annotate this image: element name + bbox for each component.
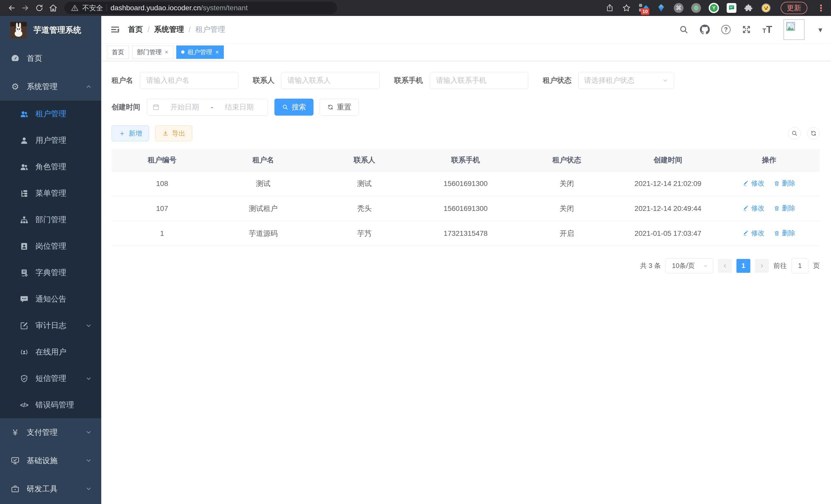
cell-mobile: 15601691300	[415, 196, 516, 221]
online-icon	[20, 348, 29, 357]
help-icon[interactable]: ?	[721, 25, 730, 34]
filter-contact: 联系人	[253, 72, 380, 89]
mobile-input[interactable]	[430, 72, 528, 89]
delete-link[interactable]: 删除	[774, 179, 795, 188]
log-icon	[20, 321, 29, 330]
tags-view-bar: 首页 部门管理 × 租户管理 ×	[101, 43, 831, 61]
avatar[interactable]	[783, 19, 805, 40]
search-icon[interactable]	[679, 25, 688, 34]
bookmark-star-icon[interactable]	[622, 3, 631, 12]
sidebar-item-post[interactable]: 岗位管理	[0, 233, 101, 260]
extensions-puzzle-icon[interactable]	[744, 3, 753, 12]
cell-created: 2021-01-05 17:03:47	[618, 221, 719, 246]
back-icon	[7, 3, 16, 12]
extension-emoji-icon[interactable]	[761, 3, 771, 13]
sidebar-item-error-code[interactable]: </> 错误码管理	[0, 392, 101, 418]
browser-forward-button[interactable]	[20, 2, 31, 14]
filter-status: 租户状态 请选择租户状态	[543, 72, 674, 89]
logo-row[interactable]: 芋道管理系统	[0, 16, 101, 44]
chrome-menu-kebab-icon[interactable]: ⋮	[816, 4, 825, 12]
sidebar-item-dict[interactable]: 字典管理	[0, 260, 101, 286]
browser-reload-button[interactable]	[33, 2, 45, 14]
contact-input[interactable]	[281, 72, 380, 89]
avatar-caret-icon[interactable]: ▾	[819, 25, 822, 34]
sidebar-item-tenant[interactable]: 租户管理	[0, 101, 101, 127]
field-label: 联系人	[253, 76, 275, 85]
hide-search-button[interactable]	[789, 127, 801, 140]
cell-name: 芋道源码	[213, 221, 314, 246]
next-page-button[interactable]	[755, 259, 769, 273]
chevron-up-icon	[85, 83, 92, 90]
sidebar-item-user[interactable]: 用户管理	[0, 127, 101, 154]
breadcrumb-home[interactable]: 首页	[128, 24, 143, 35]
col-header-mobile: 联系手机	[415, 149, 516, 171]
sidebar-item-label: 字典管理	[35, 267, 66, 278]
goto-page-input[interactable]	[792, 259, 808, 273]
sidebar-item-notice[interactable]: 通知公告	[0, 286, 101, 313]
share-icon[interactable]	[605, 4, 614, 12]
security-chip[interactable]: 不安全	[82, 3, 103, 12]
address-bar[interactable]: 不安全 dashboard.yudao.iocoder.cn/system/te…	[64, 2, 337, 14]
tab-dept[interactable]: 部门管理 ×	[132, 46, 173, 59]
sidebar-item-menu[interactable]: 菜单管理	[0, 180, 101, 207]
plus-icon: ＋	[118, 130, 126, 137]
extension-green-dot-icon[interactable]	[691, 3, 701, 13]
github-icon[interactable]	[700, 24, 710, 35]
sidebar-item-infra[interactable]: 基础设施	[0, 446, 101, 475]
tenant-name-input[interactable]	[140, 72, 238, 89]
reload-icon	[35, 4, 44, 12]
browser-back-button[interactable]	[6, 2, 18, 14]
sidebar-item-label: 系统管理	[27, 82, 58, 92]
chrome-update-button[interactable]: 更新	[781, 2, 807, 14]
users-icon	[20, 162, 29, 172]
delete-link[interactable]: 删除	[774, 229, 795, 238]
add-button[interactable]: ＋ 新增	[112, 125, 149, 141]
sidebar-item-role[interactable]: 角色管理	[0, 154, 101, 180]
sidebar-item-devtools[interactable]: 研发工具	[0, 475, 101, 503]
refresh-table-button[interactable]	[807, 127, 820, 140]
sidebar-item-dept[interactable]: 部门管理	[0, 207, 101, 233]
tab-home[interactable]: 首页	[107, 46, 129, 59]
search-button[interactable]: 搜索	[275, 99, 314, 116]
fullscreen-icon[interactable]	[742, 25, 751, 34]
sidebar-item-label: 审计日志	[35, 320, 66, 331]
extension-kite-icon[interactable]	[656, 3, 666, 13]
calendar-icon	[152, 103, 160, 111]
sidebar-item-home[interactable]: 首页	[0, 44, 101, 72]
chevron-down-icon	[85, 322, 92, 329]
tab-label: 部门管理	[137, 48, 162, 56]
extension-tag-manager-icon[interactable]: 10	[639, 3, 649, 13]
sidebar-item-system[interactable]: ⚙ 系统管理	[0, 72, 101, 101]
page-size-value: 10条/页	[672, 261, 703, 270]
pagination: 共 3 条 10条/页 1 前往 页	[112, 259, 820, 273]
page-size-select[interactable]: 10条/页	[665, 259, 713, 273]
edit-link[interactable]: 修改	[743, 229, 765, 238]
sidebar-item-sms[interactable]: 短信管理	[0, 365, 101, 392]
font-size-icon[interactable]: TT	[763, 24, 772, 35]
edit-link[interactable]: 修改	[743, 179, 765, 188]
extension-y-icon[interactable]: Y	[709, 3, 719, 13]
tab-tenant[interactable]: 租户管理 ×	[176, 46, 224, 59]
tab-close-icon[interactable]: ×	[165, 49, 168, 55]
sidebar-item-audit-log[interactable]: 审计日志	[0, 313, 101, 339]
browser-home-button[interactable]	[47, 2, 59, 14]
delete-link[interactable]: 删除	[774, 204, 795, 213]
sidebar-collapse-button[interactable]	[110, 24, 120, 35]
extension-command-icon[interactable]: ⌘	[674, 3, 684, 13]
search-button-label: 搜索	[292, 102, 306, 112]
reset-button[interactable]: 重置	[320, 99, 359, 116]
prev-page-button[interactable]	[718, 259, 732, 273]
edit-link[interactable]: 修改	[743, 204, 765, 213]
sidebar-item-online-users[interactable]: 在线用户	[0, 339, 101, 365]
chevron-down-icon	[85, 485, 92, 492]
export-button[interactable]: 导出	[155, 125, 192, 141]
tab-close-icon[interactable]: ×	[215, 49, 219, 55]
sidebar-item-label: 角色管理	[35, 161, 66, 172]
status-select[interactable]: 请选择租户状态	[578, 72, 674, 89]
page-number-1[interactable]: 1	[737, 259, 750, 273]
cell-contact: 测试	[314, 171, 415, 196]
date-range-picker[interactable]: 开始日期 - 结束日期	[147, 99, 268, 116]
extension-chat-icon[interactable]	[727, 3, 737, 13]
sidebar-item-pay[interactable]: ¥ 支付管理	[0, 418, 101, 446]
active-tab-dot	[181, 50, 184, 54]
